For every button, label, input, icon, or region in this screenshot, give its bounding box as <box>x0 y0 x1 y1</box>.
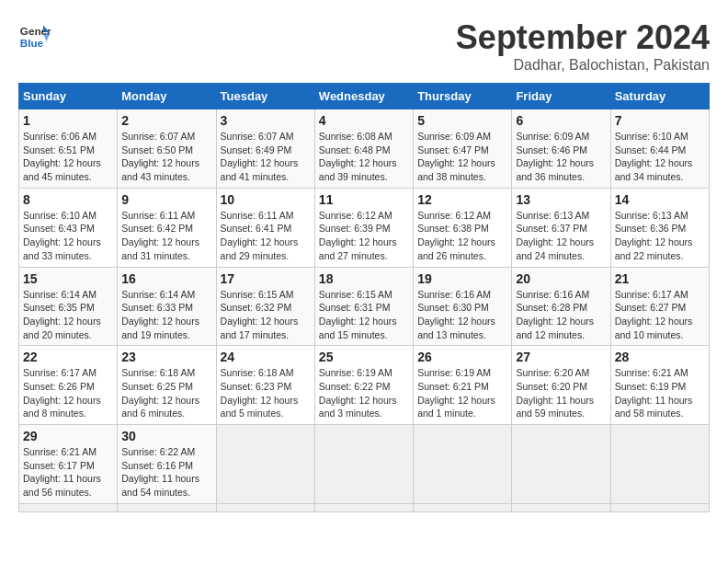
cell-info: Sunrise: 6:21 AMSunset: 6:19 PMDaylight:… <box>615 367 693 419</box>
table-cell: 12 Sunrise: 6:12 AMSunset: 6:38 PMDaylig… <box>414 188 512 267</box>
page-header: General Blue September 2024 Dadhar, Balo… <box>18 18 710 74</box>
day-number: 21 <box>615 271 705 286</box>
table-cell <box>314 425 413 504</box>
calendar-table: Sunday Monday Tuesday Wednesday Thursday… <box>18 83 710 512</box>
table-cell: 10 Sunrise: 6:11 AMSunset: 6:41 PMDaylig… <box>216 188 314 267</box>
cell-info: Sunrise: 6:13 AMSunset: 6:36 PMDaylight:… <box>615 210 693 261</box>
cell-info: Sunrise: 6:10 AMSunset: 6:44 PMDaylight:… <box>615 131 693 182</box>
cell-info: Sunrise: 6:09 AMSunset: 6:46 PMDaylight:… <box>516 131 594 182</box>
table-cell <box>118 503 216 511</box>
table-cell: 30 Sunrise: 6:22 AMSunset: 6:16 PMDaylig… <box>118 425 216 504</box>
col-sunday: Sunday <box>19 84 118 109</box>
day-number: 20 <box>516 271 606 286</box>
col-wednesday: Wednesday <box>314 84 413 109</box>
cell-info: Sunrise: 6:11 AMSunset: 6:41 PMDaylight:… <box>221 210 299 261</box>
table-cell: 4 Sunrise: 6:08 AMSunset: 6:48 PMDayligh… <box>314 109 413 189</box>
table-cell: 15 Sunrise: 6:14 AMSunset: 6:35 PMDaylig… <box>19 267 118 346</box>
day-number: 29 <box>23 429 113 443</box>
table-cell: 13 Sunrise: 6:13 AMSunset: 6:37 PMDaylig… <box>512 188 610 267</box>
table-cell: 6 Sunrise: 6:09 AMSunset: 6:46 PMDayligh… <box>512 109 610 189</box>
table-cell: 29 Sunrise: 6:21 AMSunset: 6:17 PMDaylig… <box>19 425 118 504</box>
day-number: 15 <box>23 271 113 286</box>
table-cell: 23 Sunrise: 6:18 AMSunset: 6:25 PMDaylig… <box>118 346 216 425</box>
day-number: 8 <box>23 192 113 207</box>
table-cell: 20 Sunrise: 6:16 AMSunset: 6:28 PMDaylig… <box>512 267 610 346</box>
cell-info: Sunrise: 6:06 AMSunset: 6:51 PMDaylight:… <box>23 131 101 182</box>
cell-info: Sunrise: 6:21 AMSunset: 6:17 PMDaylight:… <box>23 446 101 498</box>
table-cell <box>610 425 709 504</box>
col-thursday: Thursday <box>414 84 512 109</box>
table-cell: 26 Sunrise: 6:19 AMSunset: 6:21 PMDaylig… <box>414 346 512 425</box>
day-number: 24 <box>221 350 311 364</box>
table-cell <box>512 503 610 511</box>
table-cell: 17 Sunrise: 6:15 AMSunset: 6:32 PMDaylig… <box>216 267 314 346</box>
table-cell: 28 Sunrise: 6:21 AMSunset: 6:19 PMDaylig… <box>610 346 709 425</box>
table-cell <box>414 425 512 504</box>
day-number: 18 <box>319 271 409 286</box>
table-cell <box>216 503 314 511</box>
page-subtitle: Dadhar, Balochistan, Pakistan <box>456 57 710 74</box>
day-number: 25 <box>319 350 409 364</box>
day-number: 14 <box>615 192 705 207</box>
table-cell <box>216 425 314 504</box>
table-cell: 16 Sunrise: 6:14 AMSunset: 6:33 PMDaylig… <box>118 267 216 346</box>
table-cell: 18 Sunrise: 6:15 AMSunset: 6:31 PMDaylig… <box>314 267 413 346</box>
cell-info: Sunrise: 6:22 AMSunset: 6:16 PMDaylight:… <box>121 446 199 498</box>
day-number: 22 <box>23 350 113 364</box>
page-title: September 2024 <box>456 18 710 57</box>
table-cell: 19 Sunrise: 6:16 AMSunset: 6:30 PMDaylig… <box>414 267 512 346</box>
col-monday: Monday <box>118 84 216 109</box>
col-friday: Friday <box>512 84 610 109</box>
table-cell: 25 Sunrise: 6:19 AMSunset: 6:22 PMDaylig… <box>314 346 413 425</box>
cell-info: Sunrise: 6:15 AMSunset: 6:31 PMDaylight:… <box>319 289 397 340</box>
cell-info: Sunrise: 6:14 AMSunset: 6:35 PMDaylight:… <box>23 289 101 340</box>
logo: General Blue <box>18 18 51 52</box>
cell-info: Sunrise: 6:17 AMSunset: 6:26 PMDaylight:… <box>23 367 101 419</box>
day-number: 1 <box>23 113 113 128</box>
cell-info: Sunrise: 6:07 AMSunset: 6:50 PMDaylight:… <box>121 131 199 182</box>
table-cell: 9 Sunrise: 6:11 AMSunset: 6:42 PMDayligh… <box>118 188 216 267</box>
cell-info: Sunrise: 6:13 AMSunset: 6:37 PMDaylight:… <box>516 210 594 261</box>
cell-info: Sunrise: 6:07 AMSunset: 6:49 PMDaylight:… <box>221 131 299 182</box>
cell-info: Sunrise: 6:14 AMSunset: 6:33 PMDaylight:… <box>121 289 199 340</box>
title-block: September 2024 Dadhar, Balochistan, Paki… <box>456 18 710 74</box>
table-cell: 21 Sunrise: 6:17 AMSunset: 6:27 PMDaylig… <box>610 267 709 346</box>
day-number: 7 <box>615 113 705 128</box>
table-cell <box>19 503 118 511</box>
day-number: 12 <box>417 192 507 207</box>
col-tuesday: Tuesday <box>216 84 314 109</box>
day-number: 13 <box>516 192 606 207</box>
calendar-row: 8 Sunrise: 6:10 AMSunset: 6:43 PMDayligh… <box>19 188 710 267</box>
day-number: 30 <box>121 429 211 443</box>
day-number: 16 <box>121 271 211 286</box>
table-cell: 8 Sunrise: 6:10 AMSunset: 6:43 PMDayligh… <box>19 188 118 267</box>
table-cell: 11 Sunrise: 6:12 AMSunset: 6:39 PMDaylig… <box>314 188 413 267</box>
cell-info: Sunrise: 6:15 AMSunset: 6:32 PMDaylight:… <box>221 289 299 340</box>
calendar-row: 29 Sunrise: 6:21 AMSunset: 6:17 PMDaylig… <box>19 425 710 504</box>
day-number: 23 <box>121 350 211 364</box>
cell-info: Sunrise: 6:16 AMSunset: 6:28 PMDaylight:… <box>516 289 594 340</box>
table-cell <box>512 425 610 504</box>
table-cell: 7 Sunrise: 6:10 AMSunset: 6:44 PMDayligh… <box>610 109 709 189</box>
table-cell: 5 Sunrise: 6:09 AMSunset: 6:47 PMDayligh… <box>414 109 512 189</box>
table-cell: 2 Sunrise: 6:07 AMSunset: 6:50 PMDayligh… <box>118 109 216 189</box>
calendar-row: 1 Sunrise: 6:06 AMSunset: 6:51 PMDayligh… <box>19 109 710 189</box>
day-number: 3 <box>221 113 311 128</box>
cell-info: Sunrise: 6:20 AMSunset: 6:20 PMDaylight:… <box>516 367 594 419</box>
day-number: 26 <box>417 350 507 364</box>
table-cell: 24 Sunrise: 6:18 AMSunset: 6:23 PMDaylig… <box>216 346 314 425</box>
cell-info: Sunrise: 6:19 AMSunset: 6:21 PMDaylight:… <box>417 367 495 419</box>
table-cell: 27 Sunrise: 6:20 AMSunset: 6:20 PMDaylig… <box>512 346 610 425</box>
day-number: 5 <box>417 113 507 128</box>
cell-info: Sunrise: 6:19 AMSunset: 6:22 PMDaylight:… <box>319 367 397 419</box>
day-number: 28 <box>615 350 705 364</box>
cell-info: Sunrise: 6:10 AMSunset: 6:43 PMDaylight:… <box>23 210 101 261</box>
day-number: 4 <box>319 113 409 128</box>
table-cell <box>314 503 413 511</box>
calendar-row: 15 Sunrise: 6:14 AMSunset: 6:35 PMDaylig… <box>19 267 710 346</box>
day-number: 9 <box>121 192 211 207</box>
col-saturday: Saturday <box>610 84 709 109</box>
header-row: Sunday Monday Tuesday Wednesday Thursday… <box>19 84 710 109</box>
svg-text:Blue: Blue <box>20 37 44 49</box>
day-number: 2 <box>121 113 211 128</box>
